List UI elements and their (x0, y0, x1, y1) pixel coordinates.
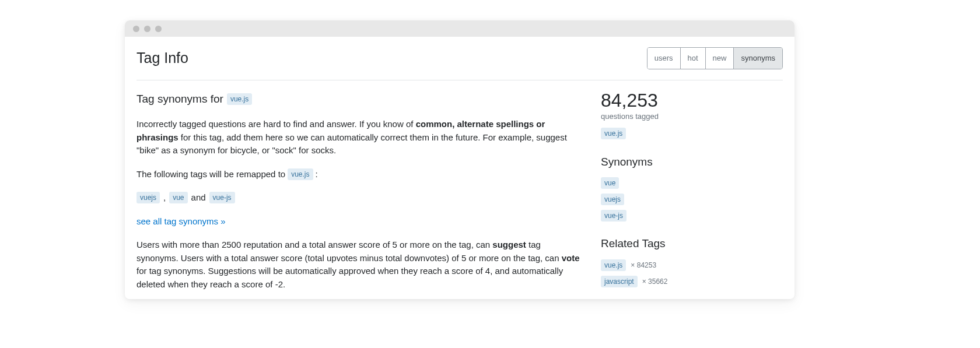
and-sep: and (191, 191, 206, 205)
remap-line: The following tags will be remapped to v… (136, 168, 584, 181)
intro-paragraph: Incorrectly tagged questions are hard to… (136, 118, 584, 157)
related-tag-count: × 35662 (642, 276, 668, 287)
subject-tag-chip[interactable]: vue.js (227, 93, 252, 105)
subheader-text: Tag synonyms for (136, 91, 223, 108)
synonym-chip-vue[interactable]: vue (601, 177, 619, 189)
related-tag-count: × 84253 (631, 260, 656, 270)
synonyms-section-title: Synonyms (601, 154, 783, 171)
related-tags-section-title: Related Tags (601, 235, 783, 252)
bottom-paragraph: Users with more than 2500 reputation and… (136, 238, 584, 291)
tab-synonyms[interactable]: synonyms (734, 48, 782, 69)
remap-chip-vue[interactable]: vue (169, 192, 187, 203)
bottom-bold-suggest: suggest (492, 240, 526, 249)
synonym-chip-vue-js[interactable]: vue-js (601, 210, 626, 222)
remap-colon: : (316, 168, 318, 181)
related-row: vue.js × 84253 (601, 259, 656, 271)
question-count: 84,253 (601, 91, 783, 110)
app-window: Tag Info users hot new synonyms Tag syno… (125, 20, 794, 299)
see-all-synonyms-link[interactable]: see all tag synonyms » (136, 216, 226, 226)
comma-sep: , (163, 191, 166, 205)
sidebar: 84,253 questions tagged vue.js Synonyms … (601, 91, 783, 300)
related-tag-chip[interactable]: javascript (601, 276, 638, 287)
remap-text: The following tags will be remapped to (136, 168, 285, 181)
related-tag-chip[interactable]: vue.js (601, 259, 626, 271)
tab-hot[interactable]: hot (681, 48, 706, 69)
tab-new[interactable]: new (706, 48, 734, 69)
related-row: javascript × 35662 (601, 276, 667, 287)
bottom-bold-vote: vote (562, 253, 580, 263)
window-titlebar (125, 20, 794, 37)
remap-chips-line: vuejs , vue and vue-js (136, 191, 584, 205)
intro-text-2: for this tag, add them here so we can au… (136, 132, 567, 156)
synonym-chip-vuejs[interactable]: vuejs (601, 194, 624, 205)
bottom-text-3: for tag synonyms. Suggestions will be au… (136, 266, 563, 289)
page-title: Tag Info (136, 47, 188, 69)
subheader: Tag synonyms for vue.js (136, 91, 584, 108)
count-tag-chip[interactable]: vue.js (601, 128, 626, 139)
synonyms-list: vue vuejs vue-js (601, 177, 783, 222)
window-maximize-dot[interactable] (155, 26, 162, 32)
intro-text-1: Incorrectly tagged questions are hard to… (136, 119, 416, 129)
remap-target-tag-chip[interactable]: vue.js (288, 168, 313, 180)
page-header: Tag Info users hot new synonyms (136, 47, 783, 80)
related-tags-list: vue.js × 84253 javascript × 35662 (601, 259, 783, 287)
window-close-dot[interactable] (133, 26, 139, 32)
tab-group: users hot new synonyms (647, 47, 783, 69)
bottom-text-1: Users with more than 2500 reputation and… (136, 240, 492, 249)
remap-chip-vuejs[interactable]: vuejs (136, 192, 160, 203)
remap-chip-vue-js[interactable]: vue-js (209, 192, 235, 203)
main-content: Tag synonyms for vue.js Incorrectly tagg… (136, 91, 584, 300)
window-minimize-dot[interactable] (144, 26, 150, 32)
tab-users[interactable]: users (648, 48, 681, 69)
question-count-label: questions tagged (601, 111, 783, 122)
